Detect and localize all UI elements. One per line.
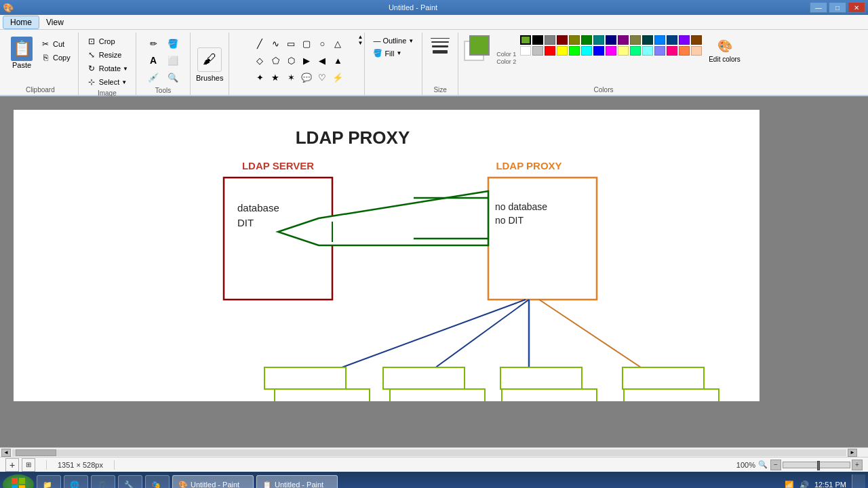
up-arrow-tool[interactable]: ▲ [328, 52, 343, 68]
swatch-orange[interactable] [679, 46, 690, 56]
status-divider-2 [114, 460, 115, 470]
shapes-scroll-up[interactable]: ▲ [357, 34, 363, 40]
resize-button[interactable]: ⤡ Resize [84, 49, 130, 61]
color-row-2 [520, 46, 702, 56]
horizontal-scrollbar[interactable]: ◄ ► [0, 447, 868, 457]
close-button[interactable]: ✕ [848, 2, 865, 13]
proxy-box [488, 178, 597, 300]
show-desktop-button[interactable] [852, 474, 865, 488]
size-line-2[interactable] [431, 41, 449, 43]
swatch-hotpink[interactable] [667, 46, 677, 56]
canvas[interactable]: LDAP PROXY LDAP SERVER LDAP PROXY databa… [14, 110, 760, 401]
swatch-magenta[interactable] [606, 46, 616, 56]
swatch-brightblue[interactable] [593, 46, 604, 56]
tools-group: ✏ 🪣 A ⬜ 💉 🔍 Tools [136, 33, 191, 95]
swatch-darkblue[interactable] [667, 35, 677, 45]
triangle-tool[interactable]: △ [328, 35, 343, 52]
menu-view[interactable]: View [39, 16, 71, 28]
zoom-slider[interactable] [783, 462, 850, 468]
cut-button[interactable]: ✂ Cut [38, 38, 73, 50]
swatch-darkred[interactable] [557, 35, 568, 45]
swatch-violet[interactable] [679, 35, 690, 45]
outline-button[interactable]: — Outline ▼ [370, 35, 416, 46]
image-group: ⊡ Crop ⤡ Resize ↻ Rotate ▼ ⊹ Select ▼ [79, 33, 136, 95]
scroll-right-button[interactable]: ► [848, 449, 857, 457]
swatch-lime[interactable] [569, 46, 580, 56]
select-arrow: ▼ [121, 79, 127, 85]
swatch-gray[interactable] [545, 35, 555, 45]
fit-button[interactable]: ⊞ [22, 458, 35, 472]
swatch-darkyellow[interactable] [630, 35, 641, 45]
clipboard-content: 📋 Paste ✂ Cut ⎘ Copy [8, 35, 73, 85]
swatch-silver[interactable] [532, 46, 543, 56]
brushes-label[interactable]: Brushes [196, 74, 223, 82]
menu-home[interactable]: Home [3, 16, 39, 29]
fill-tool[interactable]: 🪣 [163, 35, 182, 52]
eraser-tool[interactable]: ⬜ [163, 52, 182, 68]
zoom-out-button[interactable]: − [770, 460, 781, 470]
size-line-4[interactable] [433, 50, 448, 54]
swatch-yellow[interactable] [557, 46, 568, 56]
edit-colors-button[interactable]: 🎨 Edit colors [706, 35, 743, 64]
svg-rect-2 [12, 485, 18, 488]
swatch-brown[interactable] [691, 35, 702, 45]
taskbar-tool2[interactable]: 🔧 [118, 475, 142, 488]
tools-label: Tools [155, 85, 171, 94]
swatch-cyan[interactable] [581, 46, 592, 56]
swatch-teal[interactable] [593, 35, 604, 45]
client1-bottom [275, 389, 370, 401]
swatch-white[interactable] [520, 46, 531, 56]
swatch-black[interactable] [532, 35, 543, 45]
color-picker-tool[interactable]: 💉 [144, 69, 163, 85]
swatch-purple[interactable] [618, 35, 629, 45]
shapes-content: ╱ ∿ ▭ ▢ ○ △ ◇ ⬠ ⬡ ▶ ◀ ▲ ✦ ★ ✶ 💬 ♡ ⚡ [250, 35, 343, 94]
taskbar-paint1[interactable]: 🎨 Untitled - Paint [172, 475, 254, 488]
magnifier-tool[interactable]: 🔍 [163, 69, 182, 85]
taskbar-paint2[interactable]: 📋 Untitled - Paint [256, 475, 338, 488]
lightning-tool[interactable]: ⚡ [328, 69, 343, 85]
paste-button[interactable]: 📋 Paste [8, 35, 35, 70]
swatch-green[interactable] [520, 35, 531, 45]
swatch-darkgreen[interactable] [581, 35, 592, 45]
crop-button[interactable]: ⊡ Crop [84, 35, 130, 47]
window-controls: — □ ✕ [810, 2, 865, 13]
fill-label: Fill [384, 49, 394, 58]
swatch-blue[interactable] [654, 35, 665, 45]
swatch-mint[interactable] [630, 46, 641, 56]
scroll-track[interactable] [12, 449, 846, 456]
minimize-button[interactable]: — [810, 2, 827, 13]
maximize-button[interactable]: □ [829, 2, 846, 13]
rotate-button[interactable]: ↻ Rotate ▼ [84, 62, 130, 75]
taskbar-explorer[interactable]: 📁 [37, 475, 61, 488]
fill-button[interactable]: 🪣 Fill ▼ [370, 47, 416, 59]
swatch-olive[interactable] [569, 35, 580, 45]
taskbar-tool1[interactable]: 🎵 [91, 475, 115, 488]
text-tool[interactable]: A [144, 52, 163, 68]
swatch-darkteal[interactable] [642, 35, 653, 45]
swatch-lightcyan[interactable] [642, 46, 653, 56]
pencil-tool[interactable]: ✏ [144, 35, 163, 52]
taskbar-tool3[interactable]: 🎭 [145, 475, 170, 488]
scroll-thumb[interactable] [16, 449, 56, 456]
size-line-1[interactable] [431, 38, 450, 39]
zoom-area: 100% 🔍 − + [736, 460, 863, 470]
zoom-level: 100% [736, 461, 755, 469]
zoom-in-button[interactable]: + [852, 460, 863, 470]
volume-icon: 🔊 [800, 481, 809, 489]
color1-box[interactable] [469, 35, 490, 56]
new-button[interactable]: + [5, 458, 19, 472]
shapes-scroll-down[interactable]: ▼ [357, 40, 363, 46]
swatch-lavender[interactable] [654, 46, 665, 56]
taskbar-ie[interactable]: 🌐 [64, 475, 88, 488]
swatch-lightyellow[interactable] [618, 46, 629, 56]
swatch-peach[interactable] [691, 46, 702, 56]
size-line-3[interactable] [432, 45, 448, 47]
swatch-navy[interactable] [606, 35, 616, 45]
swatch-red[interactable] [545, 46, 555, 56]
copy-button[interactable]: ⎘ Copy [38, 52, 73, 64]
zoom-slider-thumb[interactable] [817, 461, 820, 470]
scroll-left-button[interactable]: ◄ [1, 449, 11, 457]
start-button[interactable] [3, 474, 34, 488]
brushes-main-button[interactable]: 🖌 [197, 47, 222, 72]
select-button[interactable]: ⊹ Select ▼ [84, 76, 130, 88]
